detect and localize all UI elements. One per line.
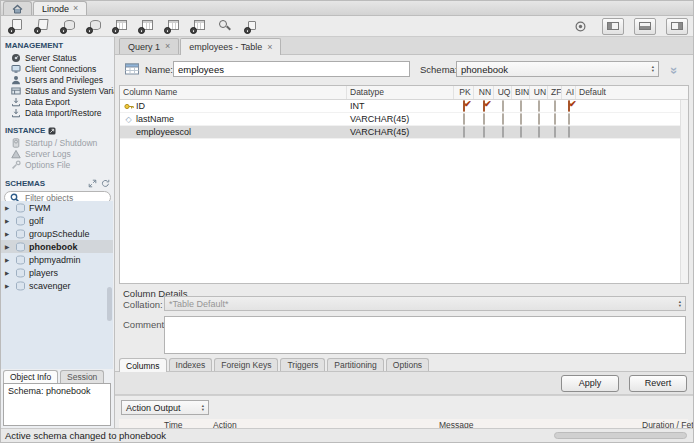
spinner-down-icon[interactable]: ▾ — [652, 69, 654, 73]
schema-select[interactable]: phonebook ▴ ▾ — [456, 61, 659, 77]
collapse-header-button[interactable]: » — [665, 61, 685, 77]
nn-checkbox[interactable] — [483, 126, 485, 138]
column-row-id[interactable]: ID INT — [120, 100, 688, 113]
apply-button[interactable]: Apply — [561, 375, 619, 392]
tab-triggers[interactable]: Triggers — [280, 358, 325, 371]
grid-scrollbar[interactable] — [680, 100, 688, 283]
tree-expand-icon[interactable]: ▶ — [5, 283, 11, 289]
nn-checkbox[interactable] — [483, 113, 485, 125]
datatype-cell[interactable]: VARCHAR(45) — [347, 114, 454, 124]
schema-tree-item-fwm[interactable]: ▶ FWM — [1, 201, 113, 214]
bin-checkbox[interactable] — [520, 126, 522, 138]
tab-partitioning[interactable]: Partitioning — [327, 358, 384, 371]
pk-checkbox[interactable] — [463, 113, 465, 125]
revert-button[interactable]: Revert — [629, 375, 687, 392]
new-schema-button[interactable] — [58, 18, 77, 34]
home-tab[interactable] — [3, 1, 32, 15]
sidebar-item-client-connections[interactable]: Client Connections — [1, 63, 114, 74]
schema-tree-item-groupschedule[interactable]: ▶ groupSchedule — [1, 227, 113, 240]
tab-indexes[interactable]: Indexes — [169, 358, 213, 371]
header-bin[interactable]: BIN — [512, 86, 530, 99]
tab-query-1[interactable]: Query 1 × — [119, 38, 179, 54]
ai-checkbox[interactable] — [568, 126, 570, 138]
pk-checkbox[interactable] — [463, 126, 465, 138]
tree-expand-icon[interactable]: ▶ — [5, 231, 11, 237]
datatype-cell[interactable]: VARCHAR(45) — [347, 127, 454, 137]
connection-tab-linode[interactable]: Linode × — [33, 1, 87, 15]
tree-expand-icon[interactable]: ▶ — [5, 218, 11, 224]
header-default[interactable]: Default — [576, 86, 688, 99]
zf-checkbox[interactable] — [554, 126, 556, 138]
tree-expand-icon[interactable]: ▶ — [5, 244, 11, 250]
close-icon[interactable]: × — [267, 43, 272, 52]
sidebar-item-options-file[interactable]: Options File — [1, 159, 114, 170]
schema-tree-item-scavenger[interactable]: ▶ scavenger — [1, 279, 113, 292]
header-uq[interactable]: UQ — [494, 86, 512, 99]
uq-checkbox[interactable] — [502, 113, 504, 125]
tree-expand-icon[interactable]: ▶ — [5, 270, 11, 276]
header-datatype[interactable]: Datatype — [347, 86, 454, 99]
toggle-sidebar-panel-button[interactable] — [602, 18, 624, 35]
sidebar-item-startup-shutdown[interactable]: Startup / Shutdown — [1, 137, 114, 148]
schema-tree-item-players[interactable]: ▶ players — [1, 266, 113, 279]
search-data-button[interactable] — [214, 18, 233, 34]
datatype-cell[interactable]: INT — [347, 101, 454, 111]
sidebar-item-users-privileges[interactable]: Users and Privileges — [1, 74, 114, 85]
bin-checkbox[interactable] — [520, 113, 522, 125]
new-procedure-button[interactable] — [162, 18, 181, 34]
header-un[interactable]: UN — [530, 86, 548, 99]
open-sql-script-button[interactable] — [32, 18, 51, 34]
new-table-button[interactable] — [110, 18, 129, 34]
horizontal-scrollbar-thumb[interactable] — [554, 432, 687, 439]
zf-checkbox[interactable] — [554, 100, 556, 112]
spinner-down-icon[interactable]: ▾ — [679, 304, 681, 308]
tree-scrollbar-thumb[interactable] — [107, 287, 112, 321]
pk-checkbox[interactable] — [463, 100, 465, 112]
header-zf[interactable]: ZF — [548, 86, 562, 99]
bin-checkbox[interactable] — [520, 100, 522, 112]
un-checkbox[interactable] — [538, 100, 540, 112]
header-column-name[interactable]: Column Name — [120, 86, 347, 99]
toggle-secondary-panel-button[interactable] — [666, 18, 688, 35]
sidebar-item-server-status[interactable]: Server Status — [1, 52, 114, 63]
un-checkbox[interactable] — [538, 126, 540, 138]
tree-expand-icon[interactable]: ▶ — [5, 205, 11, 211]
tab-options[interactable]: Options — [386, 358, 429, 371]
tab-columns[interactable]: Columns — [119, 358, 167, 372]
tab-foreign-keys[interactable]: Foreign Keys — [214, 358, 278, 371]
schema-tree-item-phonebook[interactable]: ▶ phonebook — [1, 240, 113, 253]
new-sql-tab-button[interactable] — [6, 18, 25, 34]
close-icon[interactable]: × — [73, 4, 78, 13]
sidebar-item-data-export[interactable]: Data Export — [1, 96, 114, 107]
uq-checkbox[interactable] — [502, 100, 504, 112]
collation-select[interactable]: *Table Default* ▴ ▾ — [164, 296, 686, 311]
schemas-refresh-icon[interactable] — [101, 179, 110, 188]
ai-checkbox[interactable] — [568, 113, 570, 125]
un-checkbox[interactable] — [538, 113, 540, 125]
tab-object-info[interactable]: Object Info — [3, 370, 58, 383]
zf-checkbox[interactable] — [554, 113, 556, 125]
column-row-lastname[interactable]: ◇ lastName VARCHAR(45) — [120, 113, 688, 126]
comment-textarea[interactable] — [164, 316, 686, 354]
nn-checkbox[interactable] — [483, 100, 485, 112]
schemas-expand-icon[interactable] — [88, 179, 97, 188]
sidebar-item-data-import[interactable]: Data Import/Restore — [1, 107, 114, 118]
column-row-employeescol[interactable]: employeescol VARCHAR(45) — [120, 126, 688, 139]
toggle-output-panel-button[interactable] — [634, 18, 656, 35]
uq-checkbox[interactable] — [502, 126, 504, 138]
table-name-input[interactable] — [173, 61, 410, 77]
header-ai[interactable]: AI — [562, 86, 576, 99]
ai-checkbox[interactable] — [568, 100, 570, 112]
schema-tree-item-phpmyadmin[interactable]: ▶ phpmyadmin — [1, 253, 113, 266]
reconnect-dbms-button[interactable] — [240, 18, 259, 34]
tree-expand-icon[interactable]: ▶ — [5, 257, 11, 263]
tab-employees-table[interactable]: employees - Table × — [180, 38, 281, 55]
new-function-button[interactable] — [188, 18, 207, 34]
tab-session[interactable]: Session — [60, 370, 104, 383]
database-connect-button[interactable] — [84, 18, 103, 34]
header-pk[interactable]: PK — [454, 86, 474, 99]
action-output-select[interactable]: Action Output ▴ ▾ — [121, 400, 209, 415]
close-icon[interactable]: × — [165, 42, 170, 51]
sidebar-item-system-variables[interactable]: Status and System Variables — [1, 85, 114, 96]
spinner-down-icon[interactable]: ▾ — [202, 408, 204, 412]
